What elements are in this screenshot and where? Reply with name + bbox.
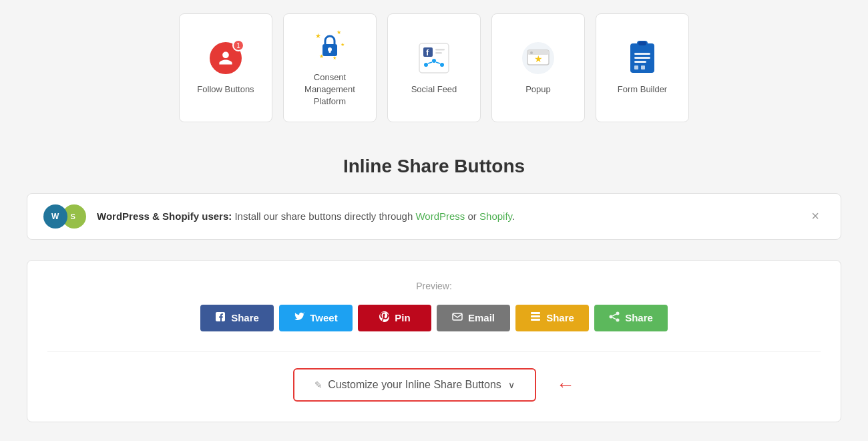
customize-inline-share-button[interactable]: ✎ Customize your Inline Share Buttons ∨ bbox=[293, 368, 536, 402]
form-builder-label: Form Builder bbox=[618, 84, 667, 96]
svg-rect-38 bbox=[531, 319, 540, 321]
notification-end: . bbox=[512, 210, 515, 222]
svg-rect-25 bbox=[638, 41, 646, 45]
svg-rect-7 bbox=[329, 49, 331, 53]
svg-point-14 bbox=[432, 59, 436, 63]
share-buttons-row: Share Tweet Pin bbox=[47, 305, 821, 331]
notification-bar: W S WordPress & Shopify users: Install o… bbox=[27, 193, 841, 240]
buffer-icon bbox=[530, 311, 541, 325]
notification-badge: 1 bbox=[232, 39, 244, 51]
svg-rect-35 bbox=[453, 313, 462, 320]
consent-icon: ★ ★ ★ ★ ★ bbox=[311, 27, 349, 65]
share-button-twitter[interactable]: Tweet bbox=[279, 305, 353, 331]
svg-text:W: W bbox=[51, 212, 59, 221]
red-arrow-icon: ← bbox=[556, 374, 575, 396]
facebook-icon bbox=[215, 311, 226, 325]
svg-text:★: ★ bbox=[341, 42, 345, 47]
twitter-icon bbox=[294, 311, 304, 325]
svg-point-13 bbox=[424, 63, 428, 67]
svg-point-21 bbox=[530, 51, 533, 54]
card-follow-buttons[interactable]: 1 Follow Buttons bbox=[179, 13, 272, 122]
notification-or: or bbox=[465, 210, 479, 222]
svg-rect-28 bbox=[634, 61, 646, 63]
pencil-icon: ✎ bbox=[314, 380, 322, 390]
card-form-builder[interactable]: Form Builder bbox=[596, 13, 689, 122]
notification-normal: Install our share buttons directly throu… bbox=[232, 210, 415, 222]
arrow-indicator: ← bbox=[556, 374, 575, 396]
popup-label: Popup bbox=[525, 84, 551, 96]
cards-row: 1 Follow Buttons ★ ★ ★ ★ ★ bbox=[27, 0, 841, 142]
facebook-share-label: Share bbox=[231, 312, 259, 323]
svg-point-41 bbox=[616, 318, 620, 321]
svg-text:★: ★ bbox=[333, 55, 337, 60]
card-consent[interactable]: ★ ★ ★ ★ ★ Consent Management Platform bbox=[283, 13, 377, 122]
share-button-sharethis[interactable]: Share bbox=[594, 305, 668, 331]
svg-rect-37 bbox=[531, 315, 540, 317]
share-button-buffer[interactable]: Share bbox=[515, 305, 589, 331]
svg-rect-36 bbox=[531, 312, 540, 314]
consent-label: Consent Management Platform bbox=[290, 71, 369, 108]
form-builder-icon bbox=[624, 39, 661, 77]
customize-btn-label: Customize your Inline Share Buttons bbox=[328, 379, 501, 391]
svg-rect-29 bbox=[634, 65, 638, 69]
notification-content: W S WordPress & Shopify users: Install o… bbox=[43, 204, 515, 229]
svg-text:f: f bbox=[426, 47, 429, 57]
popup-icon: ★ bbox=[519, 39, 557, 77]
card-popup[interactable]: ★ Popup bbox=[491, 13, 585, 122]
customize-section: ✎ Customize your Inline Share Buttons ∨ … bbox=[47, 351, 821, 402]
svg-line-43 bbox=[613, 317, 616, 319]
sharethis-icon bbox=[609, 311, 620, 325]
email-icon bbox=[452, 311, 463, 325]
customize-btn-inner: ✎ Customize your Inline Share Buttons bbox=[314, 379, 501, 391]
svg-rect-30 bbox=[641, 65, 645, 69]
shopify-link[interactable]: Shopify bbox=[479, 210, 512, 222]
svg-rect-27 bbox=[634, 57, 650, 59]
svg-text:★: ★ bbox=[534, 53, 543, 64]
svg-line-42 bbox=[613, 314, 616, 316]
buffer-share-label: Share bbox=[546, 312, 574, 323]
social-feed-label: Social Feed bbox=[411, 84, 457, 96]
twitter-share-label: Tweet bbox=[310, 312, 337, 323]
preview-label: Preview: bbox=[47, 281, 821, 291]
svg-text:S: S bbox=[71, 212, 75, 220]
platform-icons: W S bbox=[43, 204, 86, 229]
notification-text: WordPress & Shopify users: Install our s… bbox=[97, 210, 515, 222]
follow-buttons-label: Follow Buttons bbox=[197, 84, 254, 96]
email-share-label: Email bbox=[468, 312, 495, 323]
chevron-down-icon: ∨ bbox=[508, 380, 515, 390]
svg-text:★: ★ bbox=[315, 32, 321, 39]
svg-rect-11 bbox=[435, 49, 445, 51]
wordpress-link[interactable]: WordPress bbox=[415, 210, 465, 222]
share-button-facebook[interactable]: Share bbox=[200, 305, 274, 331]
svg-rect-12 bbox=[435, 52, 442, 54]
svg-point-40 bbox=[610, 315, 613, 318]
preview-wrapper: Preview: Share Tweet bbox=[27, 260, 841, 422]
sharethis-share-label: Share bbox=[625, 312, 653, 323]
card-social-feed[interactable]: f Social Feed bbox=[387, 13, 481, 122]
pinterest-share-label: Pin bbox=[395, 312, 410, 323]
notification-bold: WordPress & Shopify users: bbox=[97, 210, 232, 222]
svg-point-39 bbox=[616, 311, 620, 315]
pinterest-icon bbox=[379, 311, 389, 325]
svg-rect-26 bbox=[634, 53, 650, 55]
wordpress-icon: W bbox=[43, 204, 67, 229]
share-button-email[interactable]: Email bbox=[437, 305, 510, 331]
section-title: Inline Share Buttons bbox=[27, 156, 841, 177]
notification-close-button[interactable]: × bbox=[806, 206, 825, 227]
svg-text:★: ★ bbox=[337, 29, 341, 35]
share-button-pinterest[interactable]: Pin bbox=[358, 305, 431, 331]
social-feed-icon: f bbox=[415, 39, 453, 77]
follow-buttons-icon: 1 bbox=[207, 39, 244, 77]
svg-point-15 bbox=[440, 63, 444, 67]
